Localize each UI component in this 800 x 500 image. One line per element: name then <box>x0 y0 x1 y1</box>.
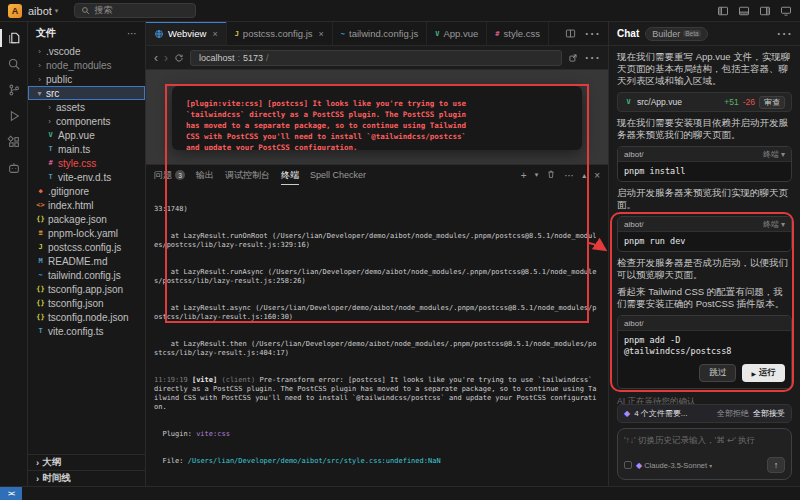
tree-item-assets[interactable]: ›assets <box>28 100 145 114</box>
panel-tab-debug-console[interactable]: 调试控制台 <box>225 165 270 185</box>
tree-item-vscode[interactable]: ›.vscode <box>28 44 145 58</box>
app-menu[interactable]: aibot ▾ <box>28 5 58 17</box>
maximize-panel-icon[interactable]: ▴ <box>582 171 586 180</box>
outline-section[interactable]: ›大纲 <box>28 454 145 470</box>
globe-icon <box>154 29 164 39</box>
yaml-file-icon: ≡ <box>36 229 45 237</box>
skip-button[interactable]: 跳过 <box>699 364 736 382</box>
kill-terminal-icon[interactable] <box>546 169 556 181</box>
json-file-icon: {} <box>36 285 45 293</box>
terminal-kind[interactable]: 终端▾ <box>763 149 785 160</box>
close-panel-icon[interactable]: × <box>594 170 600 181</box>
terminal-command-card: aibot/终端▾ pnpm run dev <box>617 216 792 252</box>
customize-layout-icon[interactable] <box>780 5 792 17</box>
tab-tailwind-config[interactable]: ~ tailwind.config.js <box>333 22 427 45</box>
tab-webview[interactable]: Webview × <box>146 22 227 45</box>
open-external-icon[interactable] <box>568 49 578 67</box>
tree-item-components[interactable]: ›components <box>28 114 145 128</box>
tree-item-style-css[interactable]: #style.css <box>28 156 145 170</box>
md-file-icon: M <box>36 257 45 265</box>
panel-tabbar: 问题3 输出 调试控制台 终端 Spell Checker + ▾ ⋯ ▴ × <box>146 165 608 185</box>
tree-item-main-ts[interactable]: Tmain.ts <box>28 142 145 156</box>
panel-more-icon[interactable]: ⋯ <box>564 170 574 181</box>
play-icon: ▶ <box>751 370 756 377</box>
tree-item-pnpm-lock[interactable]: ≡pnpm-lock.yaml <box>28 226 145 240</box>
webview-content: [plugin:vite:css] [postcss] It looks lik… <box>146 70 608 164</box>
tab-app-vue[interactable]: V App.vue <box>427 22 487 45</box>
tree-item-node-modules[interactable]: ›node_modules <box>28 58 145 72</box>
run-button[interactable]: ▶运行 <box>742 364 785 382</box>
global-search-input[interactable]: 搜索 <box>74 3 196 18</box>
chevron-down-icon: ▾ <box>781 150 785 159</box>
tree-item-tailwind-config[interactable]: ~tailwind.config.js <box>28 268 145 282</box>
status-bar: >< <box>0 486 800 500</box>
bottom-panel: 问题3 输出 调试控制台 终端 Spell Checker + ▾ ⋯ ▴ × <box>146 164 608 486</box>
tree-item-public[interactable]: ›public <box>28 72 145 86</box>
sparkle-icon: ◆ <box>624 409 630 418</box>
panel-tab-output[interactable]: 输出 <box>196 165 214 185</box>
panel-tab-terminal[interactable]: 终端 <box>281 165 299 185</box>
terminal-profile-chevron-icon[interactable]: ▾ <box>535 171 539 179</box>
chat-more-icon[interactable]: ⋯ <box>776 24 792 43</box>
close-icon[interactable]: × <box>319 29 324 39</box>
timeline-section[interactable]: ›时间线 <box>28 470 145 486</box>
refresh-icon[interactable] <box>174 49 184 67</box>
send-button[interactable]: ↑ <box>767 457 785 473</box>
tree-item-postcss-config[interactable]: Jpostcss.config.js <box>28 240 145 254</box>
up-arrow-icon: ↑ <box>774 460 779 470</box>
activity-debug-icon[interactable] <box>0 103 28 129</box>
activity-ai-chat-icon[interactable] <box>0 155 28 181</box>
mode-toggle-checkbox[interactable] <box>624 461 632 469</box>
url-input[interactable]: localhost : 5173 / <box>190 50 562 66</box>
activity-search-icon[interactable] <box>0 51 28 77</box>
toggle-secondary-sidebar-icon[interactable] <box>759 5 771 17</box>
tree-item-gitignore[interactable]: ◆.gitignore <box>28 184 145 198</box>
tree-item-vite-config[interactable]: Tvite.config.ts <box>28 324 145 338</box>
webview-more-icon[interactable]: ⋯ <box>584 48 600 67</box>
tree-item-app-vue[interactable]: VApp.vue <box>28 128 145 142</box>
new-terminal-icon[interactable]: + <box>521 170 527 181</box>
ts-file-icon: T <box>36 327 45 335</box>
tree-item-index-html[interactable]: <>index.html <box>28 198 145 212</box>
json-file-icon: {} <box>36 313 45 321</box>
tab-chat[interactable]: Chat <box>617 28 639 39</box>
explorer-sidebar: 文件 ⋯ ›.vscode ›node_modules ›public ▾src… <box>28 22 146 486</box>
model-selector[interactable]: ◆ Claude-3.5-Sonnet ▾ <box>636 461 712 470</box>
activity-explorer-icon[interactable] <box>0 25 28 51</box>
file-change-card[interactable]: V src/App.vue +51 -26 审查 <box>617 92 792 112</box>
terminal-kind[interactable]: 终端▾ <box>763 219 785 230</box>
tab-builder[interactable]: Builder Beta <box>645 27 707 41</box>
activity-extensions-icon[interactable] <box>0 129 28 155</box>
toggle-sidebar-icon[interactable] <box>717 5 729 17</box>
panel-tab-problems[interactable]: 问题3 <box>154 165 185 185</box>
tree-item-readme[interactable]: MREADME.md <box>28 254 145 268</box>
forward-icon[interactable]: › <box>164 52 168 64</box>
tab-style-css[interactable]: # style.css <box>487 22 549 45</box>
main-area: 文件 ⋯ ›.vscode ›node_modules ›public ▾src… <box>0 22 800 486</box>
url-host: localhost <box>199 53 235 63</box>
tree-item-tsconfig[interactable]: {}tsconfig.json <box>28 296 145 310</box>
close-icon[interactable]: × <box>212 29 217 39</box>
accept-all-button[interactable]: 全部接受 <box>753 408 785 419</box>
tree-item-vite-env[interactable]: Tvite-env.d.ts <box>28 170 145 184</box>
activity-source-control-icon[interactable] <box>0 77 28 103</box>
split-editor-icon[interactable] <box>565 25 576 43</box>
command-text: pnpm add -D@tailwindcss/postcss8 <box>618 331 791 361</box>
toggle-panel-icon[interactable] <box>738 5 750 17</box>
reject-all-button[interactable]: 全部拒绝 <box>717 408 749 419</box>
app-window: A aibot ▾ 搜索 文件 <box>0 0 800 500</box>
vite-error-overlay[interactable]: [plugin:vite:css] [postcss] It looks lik… <box>172 86 582 150</box>
terminal-output[interactable]: 33:1748) at LazyResult.runOnRoot (/Users… <box>146 185 608 486</box>
review-button[interactable]: 审查 <box>759 96 785 109</box>
tree-item-tsconfig-node[interactable]: {}tsconfig.node.json <box>28 310 145 324</box>
back-icon[interactable]: ‹ <box>154 52 158 64</box>
editor-more-actions-icon[interactable]: ⋯ <box>584 24 600 43</box>
tree-item-src[interactable]: ▾src <box>28 86 145 100</box>
remote-indicator[interactable]: >< <box>0 487 22 500</box>
tab-postcss-config[interactable]: J postcss.config.js × <box>227 22 333 45</box>
explorer-more-actions-icon[interactable]: ⋯ <box>127 28 137 39</box>
chat-input[interactable]: '↑↓' 切换历史记录输入，'⌘ ↩' 执行 ◆ Claude-3.5-Sonn… <box>617 428 792 480</box>
panel-tab-spell-checker[interactable]: Spell Checker <box>310 165 366 185</box>
tree-item-tsconfig-app[interactable]: {}tsconfig.app.json <box>28 282 145 296</box>
tree-item-package-json[interactable]: {}package.json <box>28 212 145 226</box>
